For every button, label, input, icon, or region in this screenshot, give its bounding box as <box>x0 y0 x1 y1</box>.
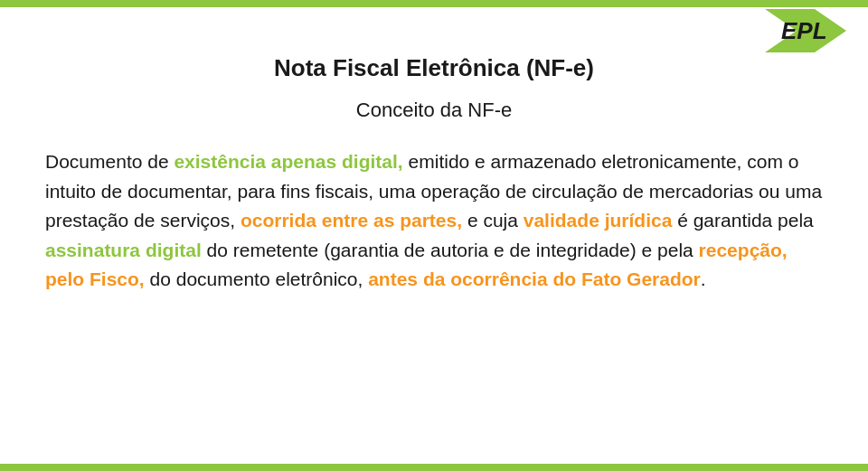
page-title: Nota Fiscal Eletrônica (NF-e) <box>45 54 823 82</box>
body-part3: e cuja <box>462 210 524 231</box>
body-part4: é garantida pela <box>672 210 813 231</box>
top-bar <box>0 0 868 7</box>
svg-text:EPL: EPL <box>781 17 827 44</box>
highlight-fato-gerador: antes da ocorrência do Fato Gerador <box>368 268 701 289</box>
highlight-ocorrida: ocorrida entre as partes, <box>241 210 462 231</box>
body-part6: do documento eletrônico, <box>145 268 369 289</box>
bottom-bar <box>0 464 868 471</box>
highlight-existencia: existência apenas digital, <box>174 151 402 172</box>
highlight-validade: validade jurídica <box>524 210 673 231</box>
main-content: Nota Fiscal Eletrônica (NF-e) Conceito d… <box>45 45 823 453</box>
body-paragraph: Documento de existência apenas digital, … <box>45 147 823 295</box>
body-part1: Documento de <box>45 151 174 172</box>
highlight-assinatura: assinatura digital <box>45 240 202 260</box>
page-subtitle: Conceito da NF-e <box>45 99 823 122</box>
body-part5: do remetente (garantia de autoria e de i… <box>202 240 699 260</box>
body-part7: . <box>701 268 706 289</box>
